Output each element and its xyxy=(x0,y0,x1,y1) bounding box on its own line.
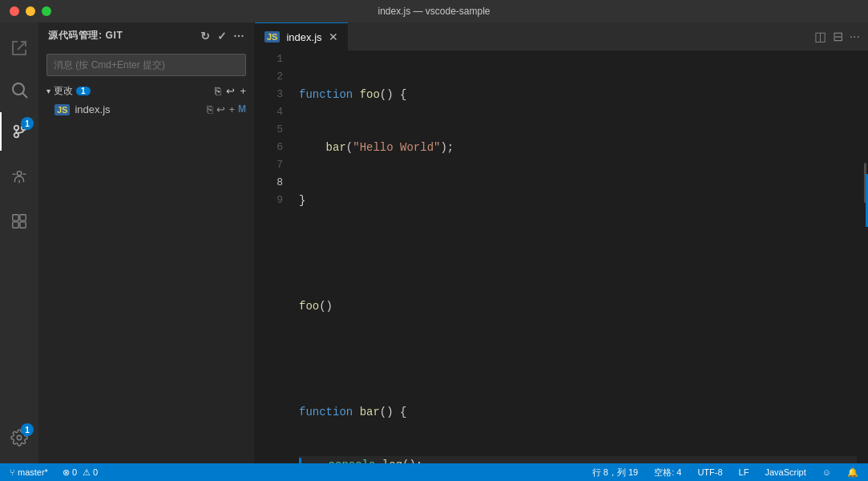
editor-area: JS index.js ✕ ◫ ⊟ ··· 1 2 3 4 5 6 7 8 9 xyxy=(255,22,868,463)
code-content[interactable]: function foo() { bar("Hello World"); } f… xyxy=(291,51,857,463)
smiley-icon[interactable]: ☺ xyxy=(819,467,834,477)
changes-count: 1 xyxy=(76,87,91,95)
open-icon[interactable]: ⎘ xyxy=(207,103,213,115)
language-mode[interactable]: JavaScript xyxy=(761,467,809,477)
tab-index-js[interactable]: JS index.js ✕ xyxy=(255,22,348,51)
spaces-text: 空格: 4 xyxy=(654,467,681,479)
indentation[interactable]: 空格: 4 xyxy=(651,467,684,479)
svg-rect-12 xyxy=(13,222,18,228)
minimize-button[interactable] xyxy=(26,6,35,16)
chevron-down-icon: ▾ xyxy=(46,87,50,95)
undo-icon[interactable]: ↩ xyxy=(216,103,225,115)
line-num-9: 9 xyxy=(255,192,283,209)
titlebar: index.js — vscode-sample xyxy=(0,0,868,22)
encoding[interactable]: UTF-8 xyxy=(694,467,725,477)
discard-icon[interactable]: ↩ xyxy=(226,85,235,97)
window-controls xyxy=(10,6,51,16)
changes-section-left: ▾ 更改 1 xyxy=(46,84,91,98)
stage-icon[interactable]: + xyxy=(228,103,235,115)
status-bar: ⑂ master* ⊗ 0 ⚠ 0 行 8，列 19 空格: 4 UTF-8 L… xyxy=(0,463,868,481)
checkmark-icon[interactable]: ✓ xyxy=(217,30,228,42)
svg-point-14 xyxy=(17,435,22,440)
changes-section-actions: ⎘ ↩ + xyxy=(215,85,246,97)
js-file-icon: JS xyxy=(55,104,70,115)
refresh-icon[interactable]: ↻ xyxy=(200,30,211,42)
filename: index.js xyxy=(75,103,110,115)
sidebar-header: 源代码管理: GIT ↻ ✓ ··· xyxy=(38,22,254,49)
debug-icon[interactable] xyxy=(0,157,38,196)
code-line-7: function bar() { xyxy=(299,403,857,421)
git-icon[interactable]: 1 xyxy=(0,112,38,151)
activity-bar: 1 xyxy=(0,22,38,463)
extensions-icon[interactable] xyxy=(0,202,38,240)
line-numbers: 1 2 3 4 5 6 7 8 9 xyxy=(255,51,291,463)
line-ending[interactable]: LF xyxy=(736,467,753,477)
tab-js-icon: JS xyxy=(264,31,280,42)
changes-label: 更改 xyxy=(54,84,73,98)
window-title: index.js — vscode-sample xyxy=(377,6,490,17)
code-line-3: } xyxy=(299,192,857,209)
split-right-icon[interactable]: ⊟ xyxy=(833,29,843,44)
line-num-1: 1 xyxy=(255,51,283,68)
explorer-icon[interactable] xyxy=(0,29,38,67)
settings-badge: 1 xyxy=(21,423,34,436)
commit-message-input[interactable] xyxy=(46,54,246,76)
svg-line-1 xyxy=(23,94,28,99)
git-branch-icon: ⑂ xyxy=(10,467,15,477)
sidebar-title: 源代码管理: GIT xyxy=(48,29,123,42)
errors-status[interactable]: ⊗ 0 ⚠ 0 xyxy=(59,467,101,478)
scrollbar[interactable] xyxy=(857,51,868,463)
main-layout: 1 xyxy=(0,22,868,463)
activity-bar-bottom: 1 xyxy=(0,418,38,457)
file-item-left: JS index.js xyxy=(55,103,111,115)
line-num-4: 4 xyxy=(255,103,283,121)
code-editor[interactable]: 1 2 3 4 5 6 7 8 9 function foo() { bar("… xyxy=(255,51,868,463)
warning-icon: ⚠ xyxy=(83,467,91,478)
more-icon[interactable]: ··· xyxy=(234,30,244,42)
tab-actions: ◫ ⊟ ··· xyxy=(814,22,868,51)
line-ending-text: LF xyxy=(739,467,749,477)
search-icon[interactable] xyxy=(0,71,38,109)
stage-all-icon[interactable]: + xyxy=(240,85,246,97)
cursor-position[interactable]: 行 8，列 19 xyxy=(589,467,641,479)
svg-rect-10 xyxy=(13,215,18,220)
split-editor-icon[interactable]: ◫ xyxy=(814,29,826,44)
git-badge: 1 xyxy=(21,117,34,130)
notifications-icon[interactable]: 🔔 xyxy=(844,467,862,478)
modified-marker: M xyxy=(238,103,246,115)
position-text: 行 8，列 19 xyxy=(592,467,638,479)
commit-input-area xyxy=(38,49,254,81)
line-num-8: 8 xyxy=(255,174,283,192)
file-item[interactable]: JS index.js ⎘ ↩ + M xyxy=(38,101,254,118)
tab-filename: index.js xyxy=(286,31,321,43)
more-actions-icon[interactable]: ··· xyxy=(850,30,860,44)
open-file-icon[interactable]: ⎘ xyxy=(215,85,221,97)
file-item-actions: ⎘ ↩ + M xyxy=(207,103,246,115)
settings-icon[interactable]: 1 xyxy=(0,418,38,457)
svg-rect-13 xyxy=(20,222,26,228)
code-line-2: bar("Hello World"); xyxy=(299,139,857,156)
line-num-5: 5 xyxy=(255,121,283,139)
code-line-6 xyxy=(299,350,857,368)
tab-close-icon[interactable]: ✕ xyxy=(329,30,338,43)
line-num-6: 6 xyxy=(255,139,283,156)
line-num-2: 2 xyxy=(255,68,283,86)
close-button[interactable] xyxy=(10,6,19,16)
maximize-button[interactable] xyxy=(42,6,51,16)
sidebar: 源代码管理: GIT ↻ ✓ ··· ▾ 更改 1 ⎘ ↩ + xyxy=(38,22,255,463)
error-count: 0 xyxy=(72,467,77,477)
language-text: JavaScript xyxy=(765,467,805,477)
encoding-text: UTF-8 xyxy=(697,467,722,477)
sidebar-header-actions: ↻ ✓ ··· xyxy=(200,30,244,42)
status-bar-left: ⑂ master* ⊗ 0 ⚠ 0 xyxy=(6,467,101,478)
git-branch-status[interactable]: ⑂ master* xyxy=(6,467,51,477)
feedback-icon: ☺ xyxy=(822,467,831,477)
error-icon: ⊗ xyxy=(63,467,70,478)
changes-section-header[interactable]: ▾ 更改 1 ⎘ ↩ + xyxy=(38,81,254,101)
status-bar-right: 行 8，列 19 空格: 4 UTF-8 LF JavaScript ☺ 🔔 xyxy=(589,467,862,479)
code-line-1: function foo() { xyxy=(299,86,857,103)
svg-point-0 xyxy=(13,83,24,95)
code-line-8: console.log(); xyxy=(299,456,857,463)
svg-point-2 xyxy=(14,126,19,131)
bell-icon: 🔔 xyxy=(847,467,858,478)
